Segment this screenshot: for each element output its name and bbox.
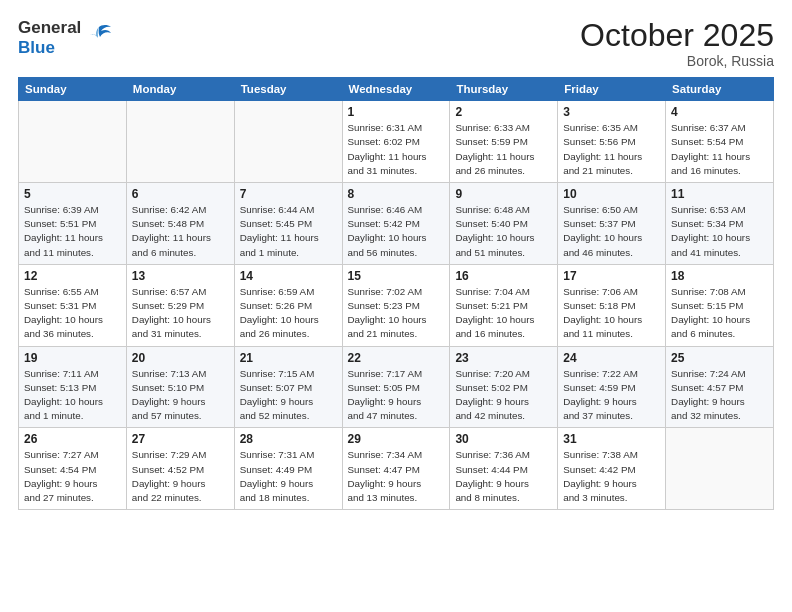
calendar-week-row: 12Sunrise: 6:55 AM Sunset: 5:31 PM Dayli… <box>19 264 774 346</box>
day-info: Sunrise: 6:48 AM Sunset: 5:40 PM Dayligh… <box>455 203 552 260</box>
day-number: 14 <box>240 269 337 283</box>
day-info: Sunrise: 6:42 AM Sunset: 5:48 PM Dayligh… <box>132 203 229 260</box>
day-number: 20 <box>132 351 229 365</box>
day-number: 3 <box>563 105 660 119</box>
day-info: Sunrise: 7:31 AM Sunset: 4:49 PM Dayligh… <box>240 448 337 505</box>
day-number: 4 <box>671 105 768 119</box>
day-info: Sunrise: 6:50 AM Sunset: 5:37 PM Dayligh… <box>563 203 660 260</box>
day-number: 7 <box>240 187 337 201</box>
day-info: Sunrise: 6:53 AM Sunset: 5:34 PM Dayligh… <box>671 203 768 260</box>
calendar-cell: 24Sunrise: 7:22 AM Sunset: 4:59 PM Dayli… <box>558 346 666 428</box>
calendar-cell: 14Sunrise: 6:59 AM Sunset: 5:26 PM Dayli… <box>234 264 342 346</box>
calendar-cell <box>234 101 342 183</box>
col-header-friday: Friday <box>558 78 666 101</box>
calendar-cell: 16Sunrise: 7:04 AM Sunset: 5:21 PM Dayli… <box>450 264 558 346</box>
day-info: Sunrise: 6:35 AM Sunset: 5:56 PM Dayligh… <box>563 121 660 178</box>
calendar-table: SundayMondayTuesdayWednesdayThursdayFrid… <box>18 77 774 510</box>
calendar-cell <box>126 101 234 183</box>
calendar-cell: 26Sunrise: 7:27 AM Sunset: 4:54 PM Dayli… <box>19 428 127 510</box>
day-number: 23 <box>455 351 552 365</box>
day-number: 2 <box>455 105 552 119</box>
logo-bird-icon <box>85 21 113 49</box>
day-info: Sunrise: 6:44 AM Sunset: 5:45 PM Dayligh… <box>240 203 337 260</box>
day-info: Sunrise: 7:27 AM Sunset: 4:54 PM Dayligh… <box>24 448 121 505</box>
calendar-header-row: SundayMondayTuesdayWednesdayThursdayFrid… <box>19 78 774 101</box>
day-number: 22 <box>348 351 445 365</box>
day-number: 27 <box>132 432 229 446</box>
title-block: October 2025 Borok, Russia <box>580 18 774 69</box>
day-info: Sunrise: 7:38 AM Sunset: 4:42 PM Dayligh… <box>563 448 660 505</box>
calendar-cell: 23Sunrise: 7:20 AM Sunset: 5:02 PM Dayli… <box>450 346 558 428</box>
calendar-cell: 3Sunrise: 6:35 AM Sunset: 5:56 PM Daylig… <box>558 101 666 183</box>
day-info: Sunrise: 6:37 AM Sunset: 5:54 PM Dayligh… <box>671 121 768 178</box>
calendar-week-row: 5Sunrise: 6:39 AM Sunset: 5:51 PM Daylig… <box>19 183 774 265</box>
day-number: 12 <box>24 269 121 283</box>
day-info: Sunrise: 6:59 AM Sunset: 5:26 PM Dayligh… <box>240 285 337 342</box>
day-info: Sunrise: 6:33 AM Sunset: 5:59 PM Dayligh… <box>455 121 552 178</box>
calendar-cell: 2Sunrise: 6:33 AM Sunset: 5:59 PM Daylig… <box>450 101 558 183</box>
day-number: 24 <box>563 351 660 365</box>
day-info: Sunrise: 6:31 AM Sunset: 6:02 PM Dayligh… <box>348 121 445 178</box>
day-number: 9 <box>455 187 552 201</box>
day-info: Sunrise: 7:11 AM Sunset: 5:13 PM Dayligh… <box>24 367 121 424</box>
calendar-cell: 31Sunrise: 7:38 AM Sunset: 4:42 PM Dayli… <box>558 428 666 510</box>
header: General Blue October 2025 Borok, Russia <box>18 18 774 69</box>
day-number: 26 <box>24 432 121 446</box>
day-number: 17 <box>563 269 660 283</box>
calendar-cell: 13Sunrise: 6:57 AM Sunset: 5:29 PM Dayli… <box>126 264 234 346</box>
day-info: Sunrise: 7:04 AM Sunset: 5:21 PM Dayligh… <box>455 285 552 342</box>
day-number: 15 <box>348 269 445 283</box>
day-info: Sunrise: 7:13 AM Sunset: 5:10 PM Dayligh… <box>132 367 229 424</box>
calendar-week-row: 19Sunrise: 7:11 AM Sunset: 5:13 PM Dayli… <box>19 346 774 428</box>
day-number: 6 <box>132 187 229 201</box>
day-info: Sunrise: 7:20 AM Sunset: 5:02 PM Dayligh… <box>455 367 552 424</box>
calendar-cell: 29Sunrise: 7:34 AM Sunset: 4:47 PM Dayli… <box>342 428 450 510</box>
calendar-cell: 18Sunrise: 7:08 AM Sunset: 5:15 PM Dayli… <box>666 264 774 346</box>
calendar-cell: 15Sunrise: 7:02 AM Sunset: 5:23 PM Dayli… <box>342 264 450 346</box>
day-info: Sunrise: 6:39 AM Sunset: 5:51 PM Dayligh… <box>24 203 121 260</box>
col-header-thursday: Thursday <box>450 78 558 101</box>
calendar-cell: 4Sunrise: 6:37 AM Sunset: 5:54 PM Daylig… <box>666 101 774 183</box>
day-info: Sunrise: 7:02 AM Sunset: 5:23 PM Dayligh… <box>348 285 445 342</box>
day-number: 10 <box>563 187 660 201</box>
calendar-cell: 6Sunrise: 6:42 AM Sunset: 5:48 PM Daylig… <box>126 183 234 265</box>
calendar-cell: 1Sunrise: 6:31 AM Sunset: 6:02 PM Daylig… <box>342 101 450 183</box>
day-number: 28 <box>240 432 337 446</box>
day-info: Sunrise: 7:24 AM Sunset: 4:57 PM Dayligh… <box>671 367 768 424</box>
logo: General Blue <box>18 18 113 57</box>
day-number: 31 <box>563 432 660 446</box>
day-number: 19 <box>24 351 121 365</box>
calendar-cell: 28Sunrise: 7:31 AM Sunset: 4:49 PM Dayli… <box>234 428 342 510</box>
logo-general: General <box>18 18 81 37</box>
day-info: Sunrise: 7:06 AM Sunset: 5:18 PM Dayligh… <box>563 285 660 342</box>
day-number: 30 <box>455 432 552 446</box>
calendar-cell <box>666 428 774 510</box>
calendar-cell: 12Sunrise: 6:55 AM Sunset: 5:31 PM Dayli… <box>19 264 127 346</box>
day-number: 18 <box>671 269 768 283</box>
day-number: 5 <box>24 187 121 201</box>
calendar-cell: 9Sunrise: 6:48 AM Sunset: 5:40 PM Daylig… <box>450 183 558 265</box>
calendar-cell <box>19 101 127 183</box>
calendar-cell: 10Sunrise: 6:50 AM Sunset: 5:37 PM Dayli… <box>558 183 666 265</box>
day-number: 13 <box>132 269 229 283</box>
day-info: Sunrise: 7:15 AM Sunset: 5:07 PM Dayligh… <box>240 367 337 424</box>
day-number: 16 <box>455 269 552 283</box>
calendar-cell: 27Sunrise: 7:29 AM Sunset: 4:52 PM Dayli… <box>126 428 234 510</box>
day-number: 8 <box>348 187 445 201</box>
location: Borok, Russia <box>580 53 774 69</box>
day-number: 11 <box>671 187 768 201</box>
calendar-week-row: 26Sunrise: 7:27 AM Sunset: 4:54 PM Dayli… <box>19 428 774 510</box>
day-info: Sunrise: 7:34 AM Sunset: 4:47 PM Dayligh… <box>348 448 445 505</box>
calendar-cell: 20Sunrise: 7:13 AM Sunset: 5:10 PM Dayli… <box>126 346 234 428</box>
col-header-wednesday: Wednesday <box>342 78 450 101</box>
day-info: Sunrise: 7:36 AM Sunset: 4:44 PM Dayligh… <box>455 448 552 505</box>
day-number: 1 <box>348 105 445 119</box>
calendar-cell: 21Sunrise: 7:15 AM Sunset: 5:07 PM Dayli… <box>234 346 342 428</box>
page: General Blue October 2025 Borok, Russia … <box>0 0 792 612</box>
calendar-week-row: 1Sunrise: 6:31 AM Sunset: 6:02 PM Daylig… <box>19 101 774 183</box>
day-info: Sunrise: 6:57 AM Sunset: 5:29 PM Dayligh… <box>132 285 229 342</box>
day-info: Sunrise: 7:08 AM Sunset: 5:15 PM Dayligh… <box>671 285 768 342</box>
day-number: 25 <box>671 351 768 365</box>
calendar-cell: 22Sunrise: 7:17 AM Sunset: 5:05 PM Dayli… <box>342 346 450 428</box>
calendar-cell: 30Sunrise: 7:36 AM Sunset: 4:44 PM Dayli… <box>450 428 558 510</box>
